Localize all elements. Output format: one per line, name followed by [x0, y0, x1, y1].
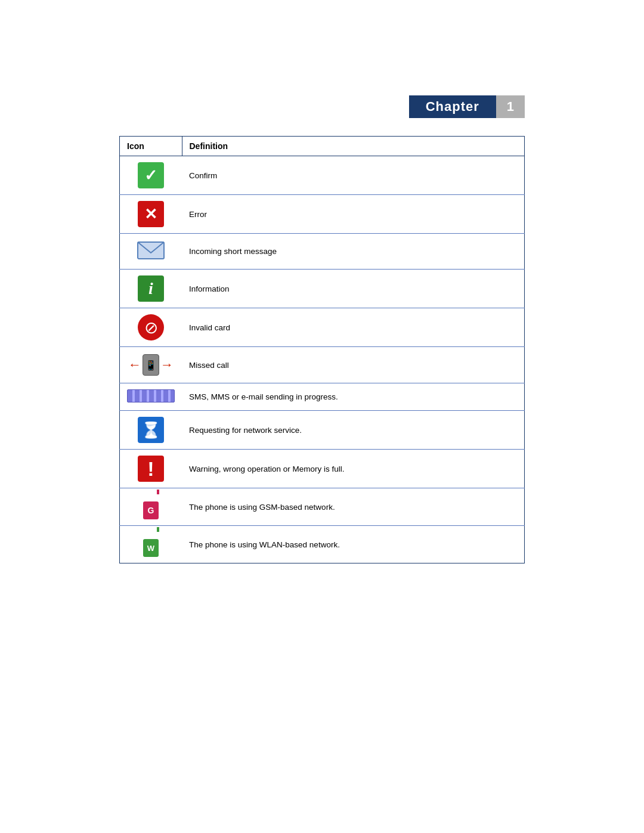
sms-icon — [137, 240, 165, 261]
info-icon — [138, 275, 164, 302]
def-cell-progress: SMS, MMS or e-mail sending in progress. — [182, 383, 525, 411]
progress-icon — [127, 389, 175, 402]
page: Chapter 1 Icon Definition Confirm — [0, 95, 644, 833]
definition-text: Requesting for network service. — [189, 426, 302, 435]
definition-text: SMS, MMS or e-mail sending in progress. — [189, 392, 338, 401]
table-row: Confirm — [120, 156, 525, 195]
definition-text: Incoming short message — [189, 247, 277, 256]
definition-text: Error — [189, 210, 207, 219]
icon-cell-gsm — [120, 488, 182, 526]
icon-definition-table: Icon Definition Confirm Error — [119, 136, 525, 563]
def-cell-missed-call: Missed call — [182, 347, 525, 383]
icon-cell-error — [120, 195, 182, 234]
definition-text: Information — [189, 284, 230, 293]
def-cell-info: Information — [182, 270, 525, 308]
icon-cell-sms — [120, 234, 182, 270]
chapter-label: Chapter — [409, 95, 496, 118]
gsm-antenna — [157, 490, 159, 494]
table-row: ← → Missed call — [120, 347, 525, 383]
table-row: Incoming short message — [120, 234, 525, 270]
icon-cell-confirm — [120, 156, 182, 195]
chapter-number: 1 — [496, 95, 525, 118]
confirm-icon — [138, 162, 164, 188]
icon-cell-invalid — [120, 308, 182, 347]
gsm-body — [143, 501, 159, 519]
wlan-antenna — [157, 527, 159, 532]
def-cell-invalid: Invalid card — [182, 308, 525, 347]
table-row: Warning, wrong operation or Memory is fu… — [120, 450, 525, 488]
def-cell-sms: Incoming short message — [182, 234, 525, 270]
table-row: The phone is using GSM-based network. — [120, 488, 525, 526]
def-cell-warning: Warning, wrong operation or Memory is fu… — [182, 450, 525, 488]
wlan-icon — [140, 532, 162, 557]
table-row: Invalid card — [120, 308, 525, 347]
table-row: Error — [120, 195, 525, 234]
def-cell-gsm: The phone is using GSM-based network. — [182, 488, 525, 526]
network-service-icon — [138, 417, 164, 443]
phone-icon — [143, 354, 159, 376]
arrow-left-icon: ← — [128, 357, 141, 373]
table-row: Information — [120, 270, 525, 308]
wlan-body — [143, 539, 159, 557]
definition-text: The phone is using GSM-based network. — [189, 503, 335, 512]
definition-text: Invalid card — [189, 323, 230, 332]
col-header-definition: Definition — [182, 137, 525, 156]
icon-cell-progress — [120, 383, 182, 411]
chapter-header: Chapter 1 — [119, 95, 525, 118]
icon-cell-info — [120, 270, 182, 308]
table-header-row: Icon Definition — [120, 137, 525, 156]
table-row: SMS, MMS or e-mail sending in progress. — [120, 383, 525, 411]
arrow-right-icon: → — [160, 357, 174, 373]
warning-icon — [138, 456, 164, 482]
missed-call-icon: ← → — [128, 353, 174, 377]
def-cell-network: Requesting for network service. — [182, 411, 525, 450]
col-header-icon: Icon — [120, 137, 182, 156]
gsm-icon — [140, 494, 162, 519]
def-cell-wlan: The phone is using WLAN-based network. — [182, 526, 525, 563]
icon-cell-network — [120, 411, 182, 450]
definition-text: Confirm — [189, 171, 217, 180]
icon-cell-warning — [120, 450, 182, 488]
definition-text: Missed call — [189, 361, 229, 370]
table-row: The phone is using WLAN-based network. — [120, 526, 525, 563]
icon-cell-wlan — [120, 526, 182, 563]
def-cell-confirm: Confirm — [182, 156, 525, 195]
table-row: Requesting for network service. — [120, 411, 525, 450]
def-cell-error: Error — [182, 195, 525, 234]
definition-text: The phone is using WLAN-based network. — [189, 540, 340, 549]
definition-text: Warning, wrong operation or Memory is fu… — [189, 465, 345, 473]
icon-cell-missed-call: ← → — [120, 347, 182, 383]
invalid-card-icon — [138, 314, 164, 340]
error-icon — [138, 201, 164, 227]
